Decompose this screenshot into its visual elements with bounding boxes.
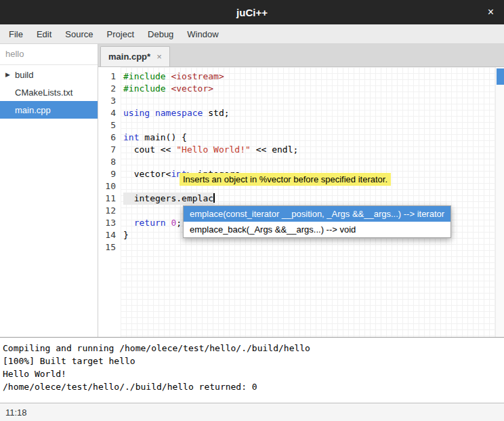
menu-item-source[interactable]: Source (58, 24, 100, 43)
code-line[interactable]: #include <iostream> (123, 71, 504, 83)
text-cursor (213, 193, 215, 203)
chevron-right-icon[interactable]: ▶ (5, 71, 15, 78)
line-number: 2 (98, 83, 116, 95)
terminal-output-line: Compiling and running /home/olece/test/h… (3, 342, 501, 355)
scrollbar-thumb[interactable] (497, 68, 504, 85)
code-token: main() { (139, 132, 186, 142)
code-area[interactable]: #include <iostream>#include <vector>usin… (121, 67, 504, 337)
code-token: << endl; (251, 144, 298, 155)
code-token: } (123, 230, 129, 240)
menu-item-file[interactable]: File (2, 24, 30, 43)
autocomplete-item[interactable]: emplace_back(_Args &&__args...) --> void (184, 222, 450, 237)
tab-bar: main.cpp* × (98, 44, 504, 67)
code-line[interactable]: int main() { (123, 132, 504, 144)
file-tree: ▶buildCMakeLists.txtmain.cpp (0, 65, 98, 119)
line-number: 3 (98, 95, 116, 107)
app-window: juCi++ × FileEditSourceProjectDebugWindo… (0, 0, 504, 421)
scrollbar-track[interactable] (495, 67, 504, 337)
line-number: 10 (98, 180, 116, 193)
project-name: hello (0, 44, 98, 65)
main-area: hello ▶buildCMakeLists.txtmain.cpp main.… (0, 44, 504, 337)
code-line[interactable]: using namespace std; (123, 107, 504, 119)
code-token: "Hello World!" (176, 144, 251, 155)
code-line[interactable] (123, 95, 504, 107)
tab-label: main.cpp* (108, 52, 150, 62)
code-token: std; (203, 108, 229, 118)
line-number: 4 (98, 107, 116, 119)
window-title: juCi++ (236, 7, 268, 18)
code-token: namespace (155, 108, 203, 118)
code-token: using (123, 108, 150, 118)
terminal-output-line: /home/olece/test/hello/./build/hello ret… (3, 380, 501, 393)
tab-main-cpp[interactable]: main.cpp* × (100, 46, 170, 66)
sidebar-item-label: main.cpp (15, 105, 51, 115)
sidebar-item-build[interactable]: ▶build (0, 66, 98, 83)
doc-tooltip: Inserts an object in %vector before spec… (180, 173, 391, 186)
code-token (150, 108, 155, 118)
code-line[interactable] (123, 119, 504, 132)
status-bar: 11:18 (0, 403, 504, 421)
code-token: integers.emplac (123, 193, 213, 203)
menu-item-window[interactable]: Window (180, 24, 225, 43)
menu-item-edit[interactable]: Edit (30, 24, 58, 43)
code-line[interactable]: cout << "Hello World!" << endl; (123, 144, 504, 156)
line-number: 13 (98, 217, 116, 229)
editor-pane: main.cpp* × 123456789101112131415 #inclu… (98, 44, 504, 337)
line-number: 6 (98, 132, 116, 144)
line-number: 7 (98, 144, 116, 156)
line-number: 11 (98, 193, 116, 205)
code-line[interactable] (123, 241, 504, 254)
code-line[interactable] (123, 156, 504, 168)
sidebar-item-main-cpp[interactable]: main.cpp (0, 101, 98, 119)
sidebar-item-cmakelists-txt[interactable]: CMakeLists.txt (0, 83, 98, 101)
close-icon[interactable]: × (488, 7, 494, 18)
code-token: cout << (123, 144, 176, 155)
cursor-position: 11:18 (5, 407, 27, 418)
sidebar: hello ▶buildCMakeLists.txtmain.cpp (0, 44, 98, 337)
editor[interactable]: 123456789101112131415 #include <iostream… (98, 67, 504, 337)
line-number: 1 (98, 71, 116, 83)
code-token: <vector> (171, 83, 213, 94)
terminal-panel[interactable]: Compiling and running /home/olece/test/h… (0, 337, 504, 403)
line-number-gutter: 123456789101112131415 (98, 67, 121, 337)
code-token: #include (123, 83, 166, 94)
code-token: <iostream> (171, 71, 224, 81)
autocomplete-popup: emplace(const_iterator __position, _Args… (183, 205, 451, 238)
autocomplete-item[interactable]: emplace(const_iterator __position, _Args… (184, 206, 450, 222)
line-number: 9 (98, 168, 116, 180)
titlebar: juCi++ × (0, 0, 504, 24)
code-token: #include (123, 71, 166, 81)
code-line[interactable]: #include <vector> (123, 83, 504, 95)
current-line-highlight: integers.emplac (123, 193, 215, 205)
line-number: 12 (98, 205, 116, 217)
sidebar-item-label: CMakeLists.txt (15, 87, 72, 98)
menu-item-project[interactable]: Project (100, 24, 141, 43)
code-line[interactable]: integers.emplac (123, 193, 504, 205)
terminal-output-line: [100%] Built target hello (3, 355, 501, 367)
code-token: vector< (123, 169, 171, 179)
code-token: ; (176, 218, 182, 228)
terminal-output-line: Hello World! (3, 367, 501, 380)
menu-bar: FileEditSourceProjectDebugWindow (0, 24, 504, 44)
menu-item-debug[interactable]: Debug (141, 24, 180, 43)
tab-close-icon[interactable]: × (156, 52, 162, 62)
code-token: int (123, 132, 139, 142)
line-number: 5 (98, 119, 116, 132)
code-token (123, 218, 134, 228)
sidebar-item-label: build (15, 70, 33, 80)
line-number: 8 (98, 156, 116, 168)
code-token: return (134, 218, 166, 228)
line-number: 14 (98, 229, 116, 241)
line-number: 15 (98, 241, 116, 254)
